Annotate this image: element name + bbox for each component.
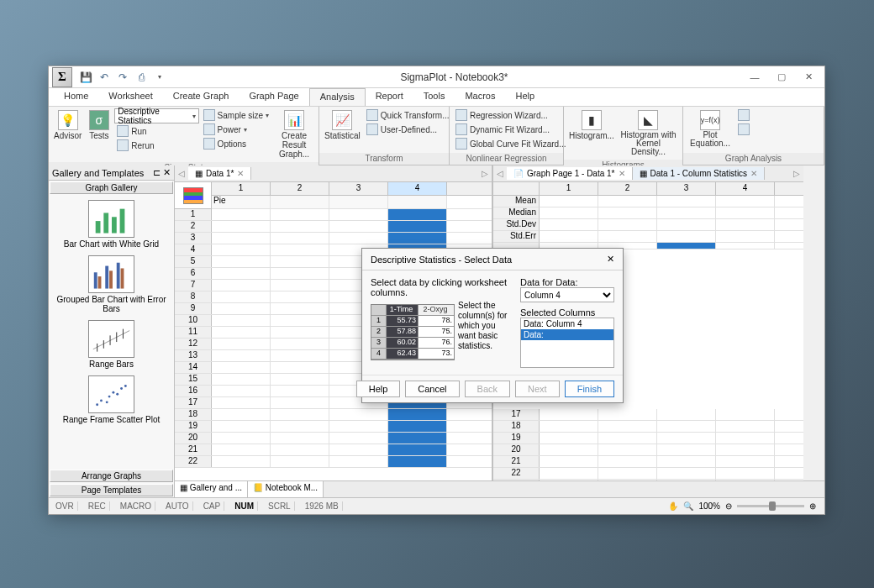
cell[interactable] [329, 433, 388, 444]
cell[interactable] [271, 339, 329, 349]
zoom-icon[interactable]: 🔍 [683, 501, 693, 511]
cell[interactable] [271, 433, 329, 444]
gallery-item-grouped-bar[interactable]: Grouped Bar Chart with Error Bars [52, 255, 171, 313]
table-row[interactable]: 21 [493, 456, 803, 468]
cell[interactable] [212, 327, 271, 338]
cell[interactable] [540, 409, 598, 420]
cell[interactable] [716, 433, 775, 444]
cell[interactable] [212, 456, 271, 467]
cell[interactable] [598, 433, 657, 444]
cell[interactable] [212, 350, 271, 361]
cell[interactable] [271, 327, 329, 338]
menu-graph-page[interactable]: Graph Page [239, 88, 308, 106]
row-header[interactable]: 5 [175, 256, 212, 267]
cell[interactable] [598, 456, 657, 467]
histogram-button[interactable]: ▮Histogram... [567, 108, 616, 142]
cell[interactable] [271, 362, 329, 373]
redo-icon[interactable]: ↷ [116, 71, 129, 84]
cell[interactable] [716, 231, 775, 242]
menu-create-graph[interactable]: Create Graph [163, 88, 240, 106]
help-button[interactable]: Help [356, 381, 401, 397]
close-icon[interactable]: ✕ [750, 169, 757, 178]
table-row[interactable]: 23 [493, 480, 803, 480]
zoom-in-button[interactable]: ⊕ [809, 501, 816, 511]
cell[interactable] [657, 409, 716, 420]
cell[interactable] [271, 397, 329, 408]
cell[interactable] [388, 409, 447, 420]
cell[interactable] [716, 444, 775, 455]
cell[interactable] [329, 233, 388, 244]
cell[interactable] [388, 444, 447, 455]
cell[interactable] [716, 409, 775, 420]
cell[interactable] [716, 468, 775, 479]
run-button[interactable]: Run [114, 124, 198, 138]
cell[interactable] [598, 219, 657, 230]
cell[interactable] [212, 291, 271, 302]
cell[interactable] [388, 221, 447, 232]
cell[interactable] [212, 315, 271, 326]
hand-icon[interactable]: ✋ [668, 501, 678, 511]
cell[interactable] [271, 350, 329, 361]
row-header[interactable]: 20 [175, 433, 212, 444]
tab-nav-right-icon[interactable]: ▷ [790, 169, 803, 178]
cancel-button[interactable]: Cancel [405, 381, 459, 397]
col-header-3[interactable]: 3 [329, 182, 388, 195]
tab-graph-page[interactable]: 📄Graph Page 1 - Data 1*✕ [507, 167, 633, 180]
bottom-tab-notebook[interactable]: 📒 Notebook M... [248, 481, 324, 497]
row-header[interactable]: 12 [175, 339, 212, 349]
label-cell[interactable] [271, 196, 329, 208]
menu-home[interactable]: Home [54, 88, 98, 106]
sample-size-button[interactable]: Sample size ▾ [201, 108, 271, 122]
stat-combo[interactable]: Descriptive Statistics▾ [114, 108, 198, 123]
cell[interactable] [212, 397, 271, 408]
gallery-item-scatter[interactable]: Range Frame Scatter Plot [52, 375, 171, 424]
label-cell[interactable]: Pie [212, 196, 271, 208]
histogram-kernel-button[interactable]: ◣Histogram with Kernel Density... [618, 108, 679, 158]
global-fit-button[interactable]: Global Curve Fit Wizard... [453, 137, 568, 150]
cell[interactable] [271, 409, 329, 420]
list-item[interactable]: Data: Column 4 [521, 318, 613, 329]
cell[interactable] [271, 444, 329, 455]
row-header[interactable]: 1 [175, 209, 212, 220]
cell[interactable] [212, 386, 271, 396]
menu-macros[interactable]: Macros [455, 88, 505, 106]
tab-nav-right-icon[interactable]: ▷ [478, 169, 492, 178]
col-header-2[interactable]: 2 [598, 182, 657, 195]
cell[interactable] [271, 268, 329, 279]
plot-equation-button[interactable]: y=f(x)Plot Equation... [687, 108, 734, 150]
zoom-out-button[interactable]: ⊖ [725, 501, 732, 511]
analysis-more1-button[interactable] [735, 108, 752, 122]
cell[interactable] [598, 196, 657, 207]
cell[interactable] [329, 209, 388, 220]
analysis-more2-button[interactable] [735, 123, 752, 136]
cell[interactable] [212, 303, 271, 314]
cell[interactable] [212, 209, 271, 220]
zoom-slider-thumb[interactable] [769, 501, 776, 511]
cell[interactable] [388, 421, 447, 432]
cell[interactable] [540, 231, 598, 242]
cell[interactable] [212, 268, 271, 279]
dynamic-fit-button[interactable]: Dynamic Fit Wizard... [453, 123, 568, 136]
table-row[interactable]: 19 [493, 433, 803, 444]
row-header[interactable]: 23 [493, 480, 540, 480]
col-header-1[interactable]: 1 [540, 182, 598, 195]
row-header[interactable]: 7 [175, 280, 212, 291]
label-cell[interactable] [388, 196, 447, 208]
close-icon[interactable]: ✕ [237, 169, 244, 178]
table-row[interactable]: 22 [493, 468, 803, 480]
cell[interactable] [716, 196, 775, 207]
cell[interactable] [271, 280, 329, 291]
cell[interactable] [212, 374, 271, 385]
row-header[interactable]: 14 [175, 362, 212, 373]
row-header[interactable]: 17 [493, 409, 540, 420]
table-row[interactable]: 18 [493, 421, 803, 433]
menu-help[interactable]: Help [505, 88, 545, 106]
create-result-button[interactable]: 📊Create Result Graph... [273, 108, 315, 160]
next-button[interactable]: Next [515, 381, 560, 397]
list-item[interactable]: Data: [521, 329, 613, 340]
table-row[interactable]: 22 [175, 456, 492, 468]
table-row[interactable]: 20 [493, 444, 803, 456]
row-header[interactable]: 22 [175, 456, 212, 467]
cell[interactable] [598, 444, 657, 455]
cell[interactable] [388, 233, 447, 244]
